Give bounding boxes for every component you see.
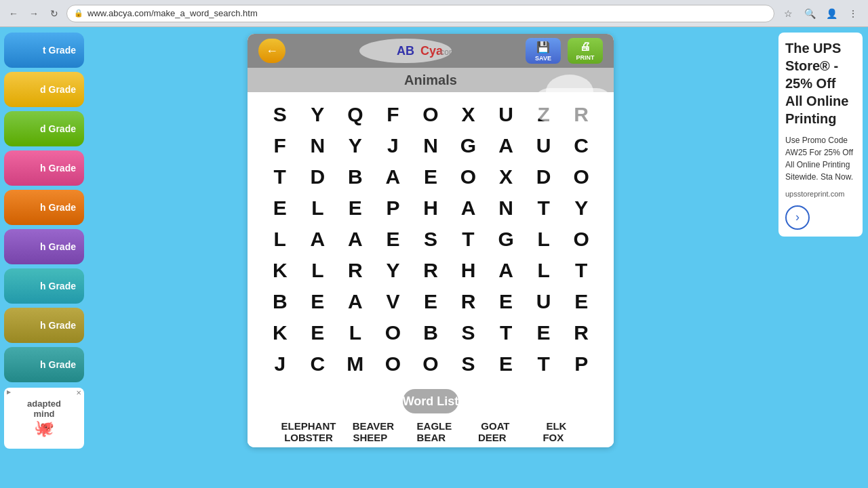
grid-cell-5-6[interactable]: A — [487, 255, 525, 286]
grid-cell-7-8[interactable]: R — [562, 317, 600, 348]
grid-cell-8-6[interactable]: E — [487, 348, 525, 380]
grid-cell-1-4[interactable]: N — [412, 130, 450, 161]
grid-cell-1-7[interactable]: U — [525, 130, 563, 161]
grid-cell-3-5[interactable]: A — [450, 192, 488, 224]
grid-cell-3-3[interactable]: P — [374, 192, 412, 224]
grid-cell-4-7[interactable]: L — [525, 224, 563, 255]
grid-cell-4-2[interactable]: A — [336, 224, 374, 255]
grid-cell-8-7[interactable]: T — [525, 348, 563, 380]
grid-cell-3-8[interactable]: Y — [562, 192, 600, 224]
grid-cell-2-8[interactable]: O — [562, 161, 600, 192]
back-button[interactable]: ← — [258, 39, 285, 63]
grid-cell-3-1[interactable]: L — [299, 192, 337, 224]
grid-cell-8-5[interactable]: S — [450, 348, 488, 380]
ad-close-button[interactable]: ✕ — [76, 389, 81, 396]
grid-cell-8-0[interactable]: J — [261, 348, 299, 380]
grid-cell-4-3[interactable]: E — [374, 224, 412, 255]
grid-cell-4-6[interactable]: G — [487, 224, 525, 255]
grid-cell-6-0[interactable]: B — [261, 286, 299, 317]
grid-cell-1-5[interactable]: G — [450, 130, 488, 161]
grade-btn-8[interactable]: h Grade — [4, 308, 84, 343]
menu-button[interactable]: ⋮ — [844, 4, 863, 23]
ad-next-button[interactable]: › — [785, 205, 810, 230]
grid-cell-1-1[interactable]: N — [299, 130, 337, 161]
grade-btn-5[interactable]: h Grade — [4, 190, 84, 225]
grid-cell-5-0[interactable]: K — [261, 255, 299, 286]
grade-btn-1[interactable]: t Grade — [4, 33, 84, 68]
extensions-button[interactable]: 🔍 — [800, 4, 819, 23]
grid-cell-5-2[interactable]: R — [336, 255, 374, 286]
grid-cell-6-5[interactable]: R — [450, 286, 488, 317]
back-nav-button[interactable]: ← — [5, 5, 22, 22]
grid-cell-5-5[interactable]: H — [450, 255, 488, 286]
grid-cell-8-2[interactable]: M — [336, 348, 374, 380]
grid-cell-6-7[interactable]: U — [525, 286, 563, 317]
grid-cell-0-0[interactable]: S — [261, 99, 299, 130]
grid-cell-5-8[interactable]: T — [562, 255, 600, 286]
grid-cell-6-4[interactable]: E — [412, 286, 450, 317]
grid-cell-2-2[interactable]: B — [336, 161, 374, 192]
grid-cell-2-7[interactable]: D — [525, 161, 563, 192]
grid-cell-7-1[interactable]: E — [299, 317, 337, 348]
grid-cell-6-6[interactable]: E — [487, 286, 525, 317]
grid-cell-8-8[interactable]: P — [562, 348, 600, 380]
grid-cell-1-6[interactable]: A — [487, 130, 525, 161]
grid-cell-3-4[interactable]: H — [412, 192, 450, 224]
grid-cell-7-6[interactable]: T — [487, 317, 525, 348]
grid-cell-1-2[interactable]: Y — [336, 130, 374, 161]
grid-cell-7-2[interactable]: L — [336, 317, 374, 348]
grid-cell-3-7[interactable]: T — [525, 192, 563, 224]
grid-cell-6-8[interactable]: E — [562, 286, 600, 317]
grid-cell-1-8[interactable]: C — [562, 130, 600, 161]
forward-nav-button[interactable]: → — [26, 5, 42, 22]
grid-cell-7-7[interactable]: E — [525, 317, 563, 348]
grade-btn-2[interactable]: d Grade — [4, 72, 84, 107]
grade-btn-6[interactable]: h Grade — [4, 229, 84, 264]
word-search-grid[interactable]: SYQFOXUZRFNYJNGAUCTDBAEOXDOELEPHANTYLAAE… — [261, 99, 600, 380]
print-button[interactable]: 🖨 PRINT — [568, 38, 603, 64]
bookmark-button[interactable]: ☆ — [778, 4, 797, 23]
grid-cell-0-6[interactable]: U — [487, 99, 525, 130]
grid-cell-6-2[interactable]: A — [336, 286, 374, 317]
grid-cell-1-0[interactable]: F — [261, 130, 299, 161]
grade-btn-7[interactable]: h Grade — [4, 268, 84, 304]
grade-btn-9[interactable]: h Grade — [4, 347, 84, 382]
grid-cell-2-4[interactable]: E — [412, 161, 450, 192]
grid-cell-7-5[interactable]: S — [450, 317, 488, 348]
grid-cell-6-1[interactable]: E — [299, 286, 337, 317]
grid-cell-4-5[interactable]: T — [450, 224, 488, 255]
grid-cell-2-1[interactable]: D — [299, 161, 337, 192]
grid-cell-4-1[interactable]: A — [299, 224, 337, 255]
grid-area[interactable]: SYQFOXUZRFNYJNGAUCTDBAEOXDOELEPHANTYLAAE… — [248, 92, 614, 386]
grid-cell-5-3[interactable]: Y — [374, 255, 412, 286]
grid-cell-7-4[interactable]: B — [412, 317, 450, 348]
grid-cell-1-3[interactable]: J — [374, 130, 412, 161]
grid-cell-4-0[interactable]: L — [261, 224, 299, 255]
grid-cell-0-2[interactable]: Q — [336, 99, 374, 130]
grid-cell-5-7[interactable]: L — [525, 255, 563, 286]
grid-cell-0-1[interactable]: Y — [299, 99, 337, 130]
grid-cell-5-1[interactable]: L — [299, 255, 337, 286]
reload-button[interactable]: ↻ — [46, 5, 62, 22]
grid-cell-7-0[interactable]: K — [261, 317, 299, 348]
grid-cell-0-3[interactable]: F — [374, 99, 412, 130]
grid-cell-3-2[interactable]: E — [336, 192, 374, 224]
grid-cell-3-0[interactable]: E — [261, 192, 299, 224]
profile-button[interactable]: 👤 — [822, 4, 841, 23]
grid-cell-2-3[interactable]: A — [374, 161, 412, 192]
grid-cell-3-6[interactable]: N — [487, 192, 525, 224]
grid-cell-8-4[interactable]: O — [412, 348, 450, 380]
grid-cell-2-5[interactable]: O — [450, 161, 488, 192]
grid-cell-4-8[interactable]: O — [562, 224, 600, 255]
save-button[interactable]: 💾 SAVE — [526, 38, 561, 64]
grid-cell-7-3[interactable]: O — [374, 317, 412, 348]
grid-cell-8-1[interactable]: C — [299, 348, 337, 380]
grid-cell-5-4[interactable]: R — [412, 255, 450, 286]
grade-btn-3[interactable]: d Grade — [4, 111, 84, 146]
grid-cell-2-0[interactable]: T — [261, 161, 299, 192]
grade-btn-4[interactable]: h Grade — [4, 150, 84, 186]
grid-cell-0-5[interactable]: X — [450, 99, 488, 130]
grid-cell-6-3[interactable]: V — [374, 286, 412, 317]
grid-cell-2-6[interactable]: X — [487, 161, 525, 192]
grid-cell-4-4[interactable]: S — [412, 224, 450, 255]
